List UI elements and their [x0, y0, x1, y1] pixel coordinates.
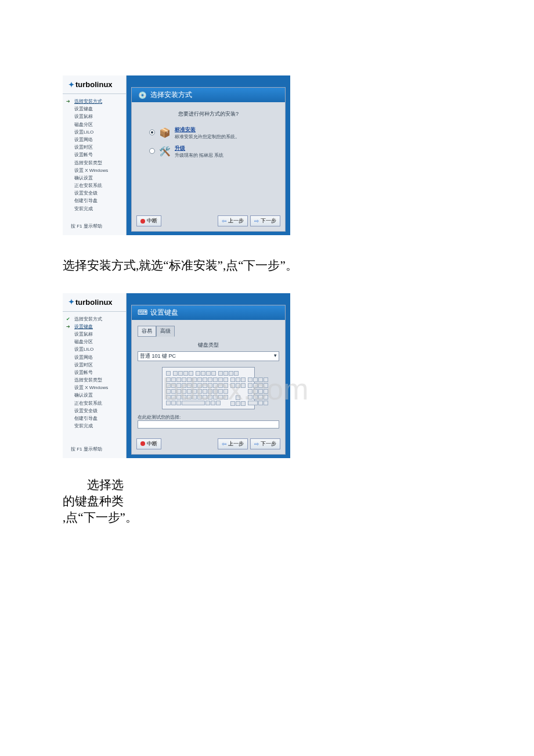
step-item: 设置网络	[66, 354, 125, 361]
step-item: 创建引导盘	[66, 415, 125, 422]
keyboard-test-input[interactable]	[138, 420, 279, 429]
brand-text: turbolinux	[75, 80, 113, 89]
prev-label: 上一步	[228, 440, 244, 448]
prev-button[interactable]: ⇦ 上一步	[218, 215, 248, 226]
step-item: 确认设置	[66, 391, 125, 399]
step-item: 选择安装类型	[66, 376, 125, 384]
para2-line2: 的键盘种类	[63, 493, 272, 509]
step-item: 设置 X Windows	[66, 384, 125, 391]
keyboard-header-icon: ⌨	[138, 308, 147, 317]
main-panel-area: ⌨ 设置键盘 容易 高级 键盘类型 普通 101 键 PC ▾	[127, 293, 290, 458]
step-item: 设置 X Windows	[66, 167, 125, 174]
cancel-button[interactable]: 中断	[136, 438, 161, 449]
stop-icon	[140, 219, 145, 224]
install-steps: 选择安装方式 设置键盘 设置鼠标 磁盘分区 设置LILO 设置网络 设置时区 设…	[63, 312, 126, 434]
step-item: 确认设置	[66, 174, 125, 182]
upgrade-option[interactable]: 🛠️ 升级 升级现有的 拓林思 系统	[138, 142, 279, 161]
installer-screenshot-2: ✦ turbolinux 选择安装方式 设置键盘 设置鼠标 磁盘分区 设置LIL…	[63, 293, 290, 458]
radio-icon[interactable]	[149, 148, 155, 154]
install-type-panel: 💿 选择安装方式 您要进行何种方式的安装? 📦 标准安装 标准安装允许您定制您的…	[131, 87, 286, 232]
help-hint: 按 F1 显示帮助	[66, 442, 107, 456]
option-desc: 升级现有的 拓林思 系统	[175, 152, 223, 159]
keyboard-panel: ⌨ 设置键盘 容易 高级 键盘类型 普通 101 键 PC ▾	[131, 305, 286, 455]
option-title: 标准安装	[175, 126, 240, 134]
logo-area: ✦ turbolinux	[63, 293, 126, 312]
install-steps: 选择安装方式 设置键盘 设置鼠标 磁盘分区 设置LILO 设置网络 设置时区 设…	[63, 94, 126, 216]
standard-install-icon: 📦	[158, 126, 171, 139]
next-button[interactable]: ⇨ 下一步	[250, 215, 280, 226]
step-item: 设置LILO	[66, 128, 125, 136]
keyboard-selected-value: 普通 101 键 PC	[140, 352, 176, 360]
panel-header: ⌨ 设置键盘	[132, 305, 285, 320]
step-item: 磁盘分区	[66, 338, 125, 345]
arrow-left-icon: ⇦	[222, 218, 226, 224]
keyboard-type-label: 键盘类型	[138, 339, 279, 351]
panel-title: 设置键盘	[150, 308, 178, 318]
step-item: 设置键盘	[66, 323, 125, 330]
tab-advanced[interactable]: 高级	[156, 326, 175, 337]
panel-body: 您要进行何种方式的安装? 📦 标准安装 标准安装允许您定制您的系统。 🛠️	[132, 102, 285, 212]
option-text: 标准安装 标准安装允许您定制您的系统。	[175, 126, 240, 140]
step-item: 安装完成	[66, 205, 125, 213]
step-item: 设置网络	[66, 136, 125, 143]
document-paragraph-1: 选择安装方式,就选“标准安装”,点“下一步”。	[63, 256, 534, 276]
panel-body: 容易 高级 键盘类型 普通 101 键 PC ▾	[132, 320, 285, 435]
standard-install-option[interactable]: 📦 标准安装 标准安装允许您定制您的系统。	[138, 124, 279, 142]
cancel-button[interactable]: 中断	[136, 215, 161, 226]
install-type-icon: 💿	[138, 91, 147, 100]
brand-icon: ✦	[68, 81, 74, 89]
brand-text: turbolinux	[75, 298, 113, 307]
step-item: 设置帐号	[66, 151, 125, 159]
keyboard-diagram	[162, 367, 255, 409]
document-paragraph-2: 选择选 的键盘种类 ,点“下一步”。	[63, 477, 272, 526]
next-label: 下一步	[261, 217, 276, 225]
brand-icon: ✦	[68, 298, 74, 306]
main-panel-area: 💿 选择安装方式 您要进行何种方式的安装? 📦 标准安装 标准安装允许您定制您的…	[127, 75, 290, 235]
tabs: 容易 高级	[138, 326, 279, 337]
step-item: 设置鼠标	[66, 113, 125, 120]
next-label: 下一步	[261, 440, 276, 448]
arrow-right-icon: ⇨	[254, 218, 259, 224]
installer-screenshot-1: ✦ turbolinux 选择安装方式 设置键盘 设置鼠标 磁盘分区 设置LIL…	[63, 75, 290, 235]
logo-area: ✦ turbolinux	[63, 75, 126, 94]
sidebar: ✦ turbolinux 选择安装方式 设置键盘 设置鼠标 磁盘分区 设置LIL…	[63, 75, 127, 235]
install-prompt: 您要进行何种方式的安装?	[138, 108, 279, 124]
para2-line1: 选择选	[63, 477, 272, 493]
step-item: 正在安装系统	[66, 399, 125, 407]
upgrade-icon: 🛠️	[158, 145, 171, 157]
step-item: 设置LILO	[66, 345, 125, 353]
test-input-label: 在此处测试您的选择:	[138, 414, 279, 420]
prev-label: 上一步	[228, 217, 244, 225]
option-title: 升级	[175, 145, 223, 152]
step-item: 设置时区	[66, 143, 125, 151]
step-item: 设置安全级	[66, 407, 125, 415]
step-item: 设置安全级	[66, 189, 125, 197]
dropdown-icon: ▾	[274, 352, 277, 360]
radio-selected-icon[interactable]	[149, 129, 155, 135]
panel-header: 💿 选择安装方式	[132, 88, 285, 102]
brand: ✦ turbolinux	[68, 80, 122, 89]
step-item: 正在安装系统	[66, 182, 125, 189]
step-item: 选择安装方式	[66, 315, 125, 323]
step-item: 磁盘分区	[66, 121, 125, 128]
panel-title: 选择安装方式	[150, 90, 192, 100]
step-item: 选择安装类型	[66, 159, 125, 167]
tab-easy[interactable]: 容易	[138, 326, 156, 337]
keyboard-type-select[interactable]: 普通 101 键 PC ▾	[138, 351, 279, 361]
step-item: 选择安装方式	[66, 98, 125, 105]
step-item: 设置时区	[66, 361, 125, 369]
button-row: 中断 ⇦ 上一步 ⇨ 下一步	[132, 435, 285, 454]
option-text: 升级 升级现有的 拓林思 系统	[175, 145, 223, 159]
stop-icon	[140, 441, 145, 446]
next-button[interactable]: ⇨ 下一步	[250, 438, 280, 449]
sidebar: ✦ turbolinux 选择安装方式 设置键盘 设置鼠标 磁盘分区 设置LIL…	[63, 293, 127, 458]
step-item: 设置键盘	[66, 105, 125, 113]
para2-line3: ,点“下一步”。	[63, 509, 272, 525]
option-desc: 标准安装允许您定制您的系统。	[175, 134, 240, 140]
button-row: 中断 ⇦ 上一步 ⇨ 下一步	[132, 212, 285, 231]
prev-button[interactable]: ⇦ 上一步	[218, 438, 248, 449]
cancel-label: 中断	[147, 217, 157, 225]
arrow-right-icon: ⇨	[254, 441, 259, 447]
cancel-label: 中断	[147, 440, 157, 448]
step-item: 创建引导盘	[66, 197, 125, 204]
